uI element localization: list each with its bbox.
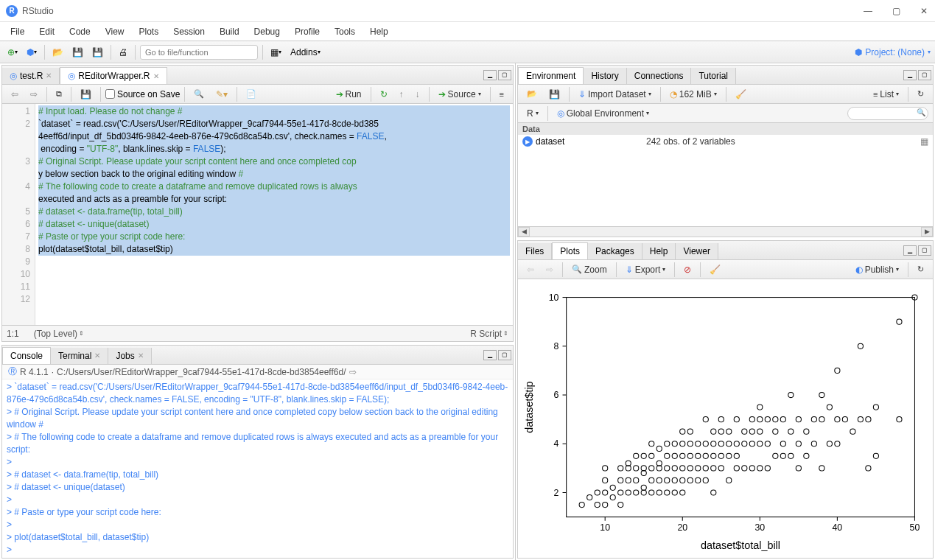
scroll-right-button[interactable]: ▶ <box>921 227 933 237</box>
find-button[interactable]: 🔍 <box>189 88 209 100</box>
env-scrollbar[interactable]: ◀ ▶ <box>518 226 933 237</box>
back-button[interactable]: ⇦ <box>7 88 23 101</box>
menu-plots[interactable]: Plots <box>132 24 167 40</box>
show-in-new-window-button[interactable]: ⧉ <box>52 88 66 100</box>
terminal-tab[interactable]: Terminal ✕ <box>51 348 108 364</box>
scope-selector[interactable]: (Top Level) ⇕ <box>34 329 84 339</box>
import-dataset-button[interactable]: ⇓Import Dataset▾ <box>574 88 656 101</box>
menu-help[interactable]: Help <box>363 24 396 40</box>
connections-tab[interactable]: Connections <box>627 68 692 84</box>
minimize-button[interactable]: — <box>863 6 873 16</box>
code-content[interactable]: # Input load. Please do not change #`dat… <box>35 104 513 325</box>
clear-plots-button[interactable]: 🧹 <box>705 263 725 276</box>
svg-rect-0 <box>567 298 915 517</box>
maximize-pane-button[interactable]: ▢ <box>918 70 931 80</box>
filetype-selector[interactable]: R Script ⇕ <box>470 329 508 339</box>
refresh-plot-button[interactable]: ↻ <box>913 263 928 276</box>
remove-plot-button[interactable]: ⊘ <box>679 263 696 276</box>
svg-text:dataset$total_bill: dataset$total_bill <box>701 539 780 551</box>
expand-icon[interactable]: ▶ <box>522 136 533 147</box>
publish-button[interactable]: ◐ Publish ▾ <box>851 263 903 276</box>
memory-usage-button[interactable]: ◔162 MiB▾ <box>665 88 721 101</box>
compile-report-button[interactable]: 📄 <box>242 88 261 100</box>
env-scope-selector[interactable]: ◎Global Environment ▾ <box>553 107 654 120</box>
zoom-button[interactable]: 🔍 Zoom <box>567 263 612 276</box>
new-project-button[interactable]: ⬢▾ <box>24 46 40 59</box>
go-up-button[interactable]: ↑ <box>395 88 408 101</box>
export-button[interactable]: ⇓ Export ▾ <box>621 263 670 276</box>
outline-button[interactable]: ≡ <box>495 88 508 100</box>
language-selector[interactable]: R ▾ <box>522 107 543 120</box>
source-on-save-checkbox[interactable]: Source on Save <box>105 89 180 99</box>
tutorial-tab[interactable]: Tutorial <box>691 68 736 84</box>
save-workspace-button[interactable]: 💾 <box>544 88 564 101</box>
console-output[interactable]: > `dataset` = read.csv('C:/Users/User/RE… <box>2 379 513 558</box>
open-file-button[interactable]: 📂 <box>49 46 66 59</box>
minimize-pane-button[interactable]: ▁ <box>483 70 497 80</box>
packages-tab[interactable]: Packages <box>588 243 642 259</box>
editor-tab-wrapper[interactable]: ◎ REditorWrapper.R ✕ <box>60 67 167 84</box>
search-icon: 🔍 <box>917 108 925 116</box>
path-go-icon[interactable]: ⇨ <box>349 367 357 377</box>
project-menu[interactable]: ⬢Project: (None) ▾ <box>855 47 931 57</box>
menu-build[interactable]: Build <box>212 24 247 40</box>
source-on-save-box[interactable] <box>105 89 115 99</box>
print-button[interactable]: 🖨 <box>116 46 130 59</box>
clear-workspace-button[interactable]: 🧹 <box>731 88 751 101</box>
code-editor[interactable]: 123456789101112 # Input load. Please do … <box>2 104 513 325</box>
menu-session[interactable]: Session <box>166 24 212 40</box>
grid-view-button[interactable]: ▦▾ <box>267 46 284 59</box>
close-icon[interactable]: ✕ <box>153 72 159 80</box>
viewer-tab[interactable]: Viewer <box>676 243 718 259</box>
close-button[interactable]: ✕ <box>919 6 929 16</box>
run-button[interactable]: ➔Run <box>332 88 366 101</box>
new-file-button[interactable]: ⊕▾ <box>4 46 21 59</box>
wand-button[interactable]: ✎▾ <box>211 88 232 101</box>
minimize-pane-button[interactable]: ▁ <box>903 70 917 80</box>
view-data-icon[interactable]: ▦ <box>920 136 928 147</box>
close-icon[interactable]: ✕ <box>94 351 100 360</box>
maximize-pane-button[interactable]: ▢ <box>498 70 511 80</box>
menu-code[interactable]: Code <box>62 24 98 40</box>
menu-view[interactable]: View <box>98 24 132 40</box>
menu-file[interactable]: File <box>3 24 32 40</box>
refresh-button[interactable]: ↻ <box>913 88 928 100</box>
source-button[interactable]: ➔Source▾ <box>434 88 486 101</box>
files-tab[interactable]: Files <box>518 243 552 259</box>
env-row-dataset[interactable]: ▶ dataset 242 obs. of 2 variables ▦ <box>518 135 933 148</box>
jobs-tab[interactable]: Jobs ✕ <box>108 348 151 364</box>
plots-tab[interactable]: Plots <box>552 242 588 259</box>
list-view-button[interactable]: ≡ List ▾ <box>869 88 903 101</box>
save-button[interactable]: 💾 <box>76 88 96 101</box>
maximize-pane-button[interactable]: ▢ <box>498 350 511 360</box>
console-tab[interactable]: Console <box>2 347 51 364</box>
rerun-button[interactable]: ↻ <box>376 88 392 101</box>
forward-button[interactable]: ⇨ <box>26 88 42 101</box>
close-icon[interactable]: ✕ <box>138 351 144 360</box>
addins-button[interactable]: Addins ▾ <box>287 46 323 59</box>
prev-plot-button[interactable]: ⇦ <box>522 263 539 276</box>
goto-input[interactable] <box>140 45 258 60</box>
import-label: Import Dataset <box>588 89 646 99</box>
environment-tab[interactable]: Environment <box>518 67 584 84</box>
save-all-button[interactable]: 💾 <box>89 46 106 59</box>
scatter-plot: 1020304050246810dataset$total_billdatase… <box>521 282 930 555</box>
history-tab[interactable]: History <box>584 68 626 84</box>
save-button[interactable]: 💾 <box>69 46 86 59</box>
menu-edit[interactable]: Edit <box>32 24 62 40</box>
editor-tab-test[interactable]: ◎ test.R ✕ <box>2 68 60 84</box>
close-icon[interactable]: ✕ <box>46 71 52 80</box>
scroll-left-button[interactable]: ◀ <box>518 227 530 237</box>
next-plot-button[interactable]: ⇨ <box>542 263 558 276</box>
r-version-label: R 4.1.1 <box>20 367 49 377</box>
menu-debug[interactable]: Debug <box>247 24 287 40</box>
menu-tools[interactable]: Tools <box>327 24 363 40</box>
go-down-button[interactable]: ↓ <box>411 88 424 101</box>
minimize-pane-button[interactable]: ▁ <box>903 245 917 256</box>
maximize-button[interactable]: ▢ <box>891 6 901 16</box>
minimize-pane-button[interactable]: ▁ <box>483 350 497 360</box>
maximize-pane-button[interactable]: ▢ <box>918 245 931 256</box>
help-tab[interactable]: Help <box>642 243 676 259</box>
menu-profile[interactable]: Profile <box>287 24 327 40</box>
load-workspace-button[interactable]: 📂 <box>522 88 542 100</box>
